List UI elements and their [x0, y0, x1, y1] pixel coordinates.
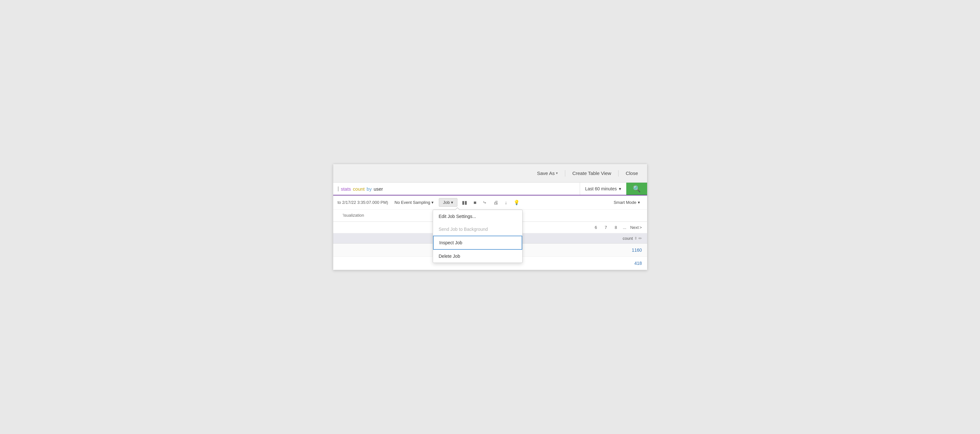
smart-mode-label: Smart Mode	[614, 200, 636, 205]
sampling-button[interactable]: No Event Sampling ▾	[392, 199, 436, 206]
time-range-label: Last 60 minutes	[585, 186, 617, 191]
main-window: Save As ▾ Create Table View Close | stat…	[333, 164, 648, 270]
smart-mode-chevron: ▾	[638, 200, 640, 205]
pause-button[interactable]: ▮▮	[460, 199, 469, 207]
create-table-view-label: Create Table View	[572, 170, 611, 176]
search-input-area[interactable]: | stats count by user	[333, 183, 580, 195]
tab-visualization[interactable]: 'isualization	[338, 210, 369, 221]
count-column-header: count ⇕ ✏	[623, 236, 642, 241]
keyword-stats: stats	[341, 186, 351, 192]
job-dropdown-menu: Edit Job Settings... Send Job to Backgro…	[433, 210, 523, 263]
save-as-label: Save As	[537, 170, 555, 176]
search-row: | stats count by user Last 60 minutes ▾ …	[333, 183, 647, 196]
redo-button[interactable]: ⤷	[481, 199, 489, 207]
tab-visualization-label: 'isualization	[343, 213, 364, 218]
keyword-by: by	[367, 186, 372, 192]
pipe-char: |	[338, 186, 339, 192]
close-button[interactable]: Close	[622, 169, 641, 178]
stop-button[interactable]: ■	[471, 199, 478, 207]
job-chevron: ▾	[451, 200, 453, 205]
page-7-button[interactable]: 7	[603, 224, 609, 231]
sampling-label: No Event Sampling	[395, 200, 430, 205]
row-value-1: 1160	[632, 248, 642, 253]
smart-mode-button[interactable]: Smart Mode ▾	[611, 199, 643, 206]
next-label: Next	[630, 225, 639, 230]
page-ellipsis: ...	[623, 225, 626, 230]
save-as-chevron: ▾	[556, 171, 558, 175]
download-icon: ↓	[504, 200, 507, 205]
bulb-icon: 💡	[514, 200, 520, 205]
save-as-button[interactable]: Save As ▾	[534, 169, 561, 178]
send-job-to-background-item: Send Job to Background	[433, 223, 522, 235]
bulb-button[interactable]: 💡	[512, 199, 522, 207]
page-8-button[interactable]: 8	[613, 224, 619, 231]
keyword-user: user	[374, 186, 383, 192]
edit-job-settings-item[interactable]: Edit Job Settings...	[433, 210, 522, 223]
delete-job-item[interactable]: Delete Job	[433, 250, 522, 262]
sort-icon[interactable]: ⇕	[634, 236, 637, 240]
search-icon: 🔍	[633, 185, 641, 192]
pause-icon: ▮▮	[462, 200, 467, 205]
job-button[interactable]: Job ▾	[439, 198, 457, 207]
controls-row: to 2/17/22 3:35:07.000 PM) No Event Samp…	[333, 196, 647, 210]
search-button[interactable]: 🔍	[626, 183, 647, 195]
print-button[interactable]: 🖨	[492, 199, 500, 207]
print-icon: 🖨	[493, 200, 498, 205]
time-range-button[interactable]: Last 60 minutes ▾	[580, 183, 626, 195]
sampling-chevron: ▾	[431, 200, 434, 205]
close-label: Close	[625, 170, 638, 176]
download-button[interactable]: ↓	[503, 199, 509, 207]
toolbar-divider-1	[565, 170, 565, 176]
inspect-job-item[interactable]: Inspect Job	[433, 235, 522, 250]
top-toolbar: Save As ▾ Create Table View Close	[333, 164, 647, 183]
next-button[interactable]: Next >	[630, 225, 642, 230]
stop-icon: ■	[474, 200, 476, 205]
count-label: count	[623, 236, 633, 241]
keyword-count: count	[353, 186, 365, 192]
edit-icon[interactable]: ✏	[638, 236, 642, 241]
job-label: Job	[443, 200, 450, 205]
toolbar-divider-2	[618, 170, 619, 176]
date-text: to 2/17/22 3:35:07.000 PM)	[338, 200, 388, 205]
create-table-view-button[interactable]: Create Table View	[569, 169, 614, 178]
redo-icon: ⤷	[483, 200, 487, 205]
page-6-button[interactable]: 6	[593, 224, 599, 231]
time-range-chevron: ▾	[619, 186, 621, 191]
row-value-2: 418	[634, 261, 642, 266]
next-icon: >	[640, 225, 642, 230]
